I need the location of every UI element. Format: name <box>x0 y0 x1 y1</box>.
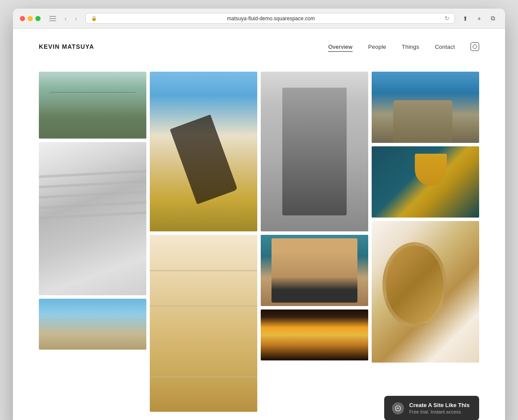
minimize-button[interactable] <box>28 16 33 21</box>
site-nav: Overview People Things Contact <box>328 42 479 51</box>
nav-people[interactable]: People <box>368 44 386 50</box>
photo-beach[interactable] <box>39 72 146 139</box>
tabs-button[interactable]: ⧉ <box>488 13 498 24</box>
gallery-wrapper: Create A Site Like This Free trial. Inst… <box>13 61 505 420</box>
lock-icon: 🔒 <box>91 16 97 21</box>
photo-gallery <box>13 61 505 420</box>
traffic-lights <box>20 16 41 21</box>
photo-cliffs[interactable] <box>372 72 479 143</box>
photo-coffee[interactable] <box>372 221 479 363</box>
gallery-col-1 <box>39 72 146 350</box>
back-button[interactable]: ‹ <box>61 14 70 23</box>
maximize-button[interactable] <box>35 16 41 21</box>
instagram-icon[interactable] <box>471 42 479 51</box>
browser-actions: ⬆ + ⧉ <box>460 13 498 24</box>
photo-man-water[interactable] <box>261 72 368 231</box>
photo-house[interactable] <box>261 309 368 360</box>
photo-parkour[interactable] <box>150 72 257 231</box>
nav-arrows: ‹ › <box>61 14 80 23</box>
nav-contact[interactable]: Contact <box>435 44 455 50</box>
site-header: KEVIN MATSUYA Overview People Things Con… <box>13 28 505 61</box>
share-button[interactable]: ⬆ <box>460 13 471 24</box>
url-text: matsuya-fluid-demo.squarespace.com <box>100 16 442 22</box>
site-logo[interactable]: KEVIN MATSUYA <box>39 43 94 50</box>
reload-icon[interactable]: ↻ <box>445 15 449 22</box>
new-tab-button[interactable]: + <box>474 13 484 24</box>
photo-lamp[interactable] <box>372 146 479 218</box>
nav-things[interactable]: Things <box>402 44 420 50</box>
close-button[interactable] <box>20 16 25 21</box>
forward-button[interactable]: › <box>72 14 80 23</box>
browser-chrome: ‹ › 🔒 matsuya-fluid-demo.squarespace.com… <box>13 9 505 28</box>
nav-overview[interactable]: Overview <box>328 44 352 50</box>
sidebar-toggle-icon[interactable] <box>49 16 56 21</box>
browser-window: ‹ › 🔒 matsuya-fluid-demo.squarespace.com… <box>13 9 505 420</box>
address-bar[interactable]: 🔒 matsuya-fluid-demo.squarespace.com ↻ <box>85 13 455 24</box>
gallery-col-3 <box>261 72 368 360</box>
website-content: KEVIN MATSUYA Overview People Things Con… <box>13 28 505 420</box>
gallery-col-2 <box>150 72 257 412</box>
photo-bleachers[interactable] <box>39 142 146 295</box>
photo-sky-arch[interactable] <box>39 299 146 350</box>
photo-woman-laughing[interactable] <box>261 235 368 306</box>
photo-terraces[interactable] <box>150 235 257 412</box>
gallery-col-4 <box>372 72 479 363</box>
